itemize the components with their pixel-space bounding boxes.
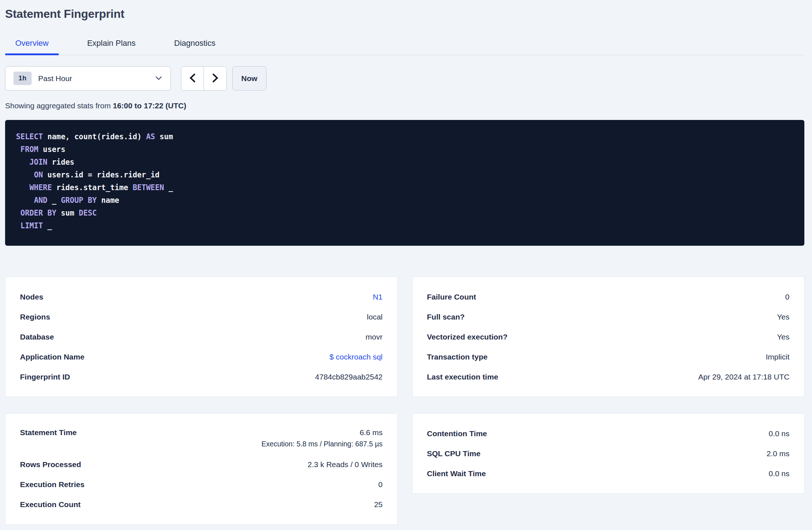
overview-details-card-right: Failure Count0Full scan?YesVectorized ex… xyxy=(412,277,805,397)
chevron-right-icon xyxy=(212,73,218,84)
stat-value: 6.6 ms xyxy=(359,428,382,437)
now-button[interactable]: Now xyxy=(232,66,266,91)
stat-row: Transaction typeImplicit xyxy=(427,347,790,367)
stat-row: Execution Count25 xyxy=(20,494,383,514)
summary-prefix: Showing aggregated stats from xyxy=(5,101,111,110)
stat-label: Execution Retries xyxy=(20,480,84,489)
stat-label: Failure Count xyxy=(427,293,476,301)
stat-value: 2.0 ms xyxy=(767,449,789,458)
tab-bar: OverviewExplain PlansDiagnostics xyxy=(5,39,804,55)
stat-value: movr xyxy=(366,333,383,341)
stat-value: Implicit xyxy=(766,353,789,361)
stat-row: Statement Time6.6 msExecution: 5.8 ms / … xyxy=(20,423,383,454)
time-range-badge: 1h xyxy=(13,72,32,85)
summary-cards: NodesN1RegionslocalDatabasemovrApplicati… xyxy=(5,277,804,525)
tab-label: Explain Plans xyxy=(87,39,136,48)
stat-row: Failure Count0 xyxy=(427,287,790,307)
stat-value: 0.0 ns xyxy=(769,429,789,438)
tab-diagnostics[interactable]: Diagnostics xyxy=(164,39,226,55)
stat-value: Apr 29, 2024 at 17:18 UTC xyxy=(698,373,789,381)
stat-value: 2.3 k Reads / 0 Writes xyxy=(307,460,382,469)
stat-value: Yes xyxy=(777,333,789,341)
stat-label: Full scan? xyxy=(427,313,465,321)
stat-row: Rows Processed2.3 k Reads / 0 Writes xyxy=(20,454,383,474)
sql-line: LIMIT _ xyxy=(16,220,793,232)
stat-value-link[interactable]: N1 xyxy=(373,293,383,301)
stat-value: 0 xyxy=(785,293,789,301)
stat-label: Client Wait Time xyxy=(427,469,486,478)
tab-label: Overview xyxy=(15,39,49,48)
stat-label: Application Name xyxy=(20,353,84,361)
sql-statement-box: SELECT name, count(rides.id) AS sum FROM… xyxy=(5,120,804,246)
sql-line: JOIN rides xyxy=(16,156,793,169)
stat-row: Fingerprint ID4784cb829aab2542 xyxy=(20,367,383,387)
aggregated-stats-summary: Showing aggregated stats from 16:00 to 1… xyxy=(5,101,804,110)
prev-range-button[interactable] xyxy=(181,67,204,90)
stat-row: SQL CPU Time2.0 ms xyxy=(427,443,790,463)
stat-label: Contention Time xyxy=(427,429,487,438)
stat-label: Rows Processed xyxy=(20,460,81,469)
execution-stats-card-left: Statement Time6.6 msExecution: 5.8 ms / … xyxy=(5,413,398,525)
stat-value-link[interactable]: $ cockroach sql xyxy=(330,353,383,361)
sql-line: WHERE rides.start_time BETWEEN _ xyxy=(16,181,793,194)
stat-label: SQL CPU Time xyxy=(427,449,481,458)
stat-row: Application Name$ cockroach sql xyxy=(20,347,383,367)
page-title: Statement Fingerprint xyxy=(5,6,804,22)
stat-row: Databasemovr xyxy=(20,327,383,347)
stat-label: Last execution time xyxy=(427,373,498,381)
execution-stats-card-right: Contention Time0.0 nsSQL CPU Time2.0 msC… xyxy=(412,413,805,494)
tab-overview[interactable]: Overview xyxy=(5,39,59,55)
stat-row: Regionslocal xyxy=(20,307,383,327)
stat-row: Last execution timeApr 29, 2024 at 17:18… xyxy=(427,367,790,387)
sql-line: SELECT name, count(rides.id) AS sum xyxy=(16,131,793,143)
time-range-value: Past Hour xyxy=(38,74,156,83)
stat-label: Regions xyxy=(20,313,50,321)
stat-row: Vectorized execution?Yes xyxy=(427,327,790,347)
stat-value: Yes xyxy=(777,313,789,321)
stat-value: 0 xyxy=(378,480,383,489)
stat-row: Execution Retries0 xyxy=(20,474,383,494)
stat-value: 4784cb829aab2542 xyxy=(315,373,383,381)
stat-label: Fingerprint ID xyxy=(20,373,70,381)
stat-value: local xyxy=(367,313,382,321)
stat-row: NodesN1 xyxy=(20,287,383,307)
statement-fingerprint-page: Statement Fingerprint OverviewExplain Pl… xyxy=(0,6,812,525)
stat-row: Contention Time0.0 ns xyxy=(427,423,790,443)
chevron-down-icon xyxy=(156,76,162,80)
time-range-arrows xyxy=(181,66,227,91)
stat-subvalue: Execution: 5.8 ms / Planning: 687.5 µs xyxy=(261,440,382,448)
time-toolbar: 1h Past Hour Now xyxy=(5,66,804,91)
next-range-button[interactable] xyxy=(204,67,226,90)
stat-label: Transaction type xyxy=(427,353,488,361)
time-range-select[interactable]: 1h Past Hour xyxy=(5,66,171,91)
stat-label: Vectorized execution? xyxy=(427,333,508,341)
sql-line: ON users.id = rides.rider_id xyxy=(16,169,793,181)
chevron-left-icon xyxy=(189,73,196,84)
sql-line: AND _ GROUP BY name xyxy=(16,194,793,207)
tab-explain-plans[interactable]: Explain Plans xyxy=(77,39,146,55)
summary-range: 16:00 to 17:22 (UTC) xyxy=(113,101,186,110)
stat-label: Database xyxy=(20,333,54,341)
overview-details-card-left: NodesN1RegionslocalDatabasemovrApplicati… xyxy=(5,277,398,397)
stat-row: Full scan?Yes xyxy=(427,307,790,327)
stat-value: 25 xyxy=(374,500,382,509)
stat-label: Execution Count xyxy=(20,500,81,509)
stat-row: Client Wait Time0.0 ns xyxy=(427,463,790,483)
stat-label: Statement Time xyxy=(20,428,77,437)
sql-line: FROM users xyxy=(16,143,793,156)
stat-label: Nodes xyxy=(20,293,43,301)
stat-value: 0.0 ns xyxy=(769,469,789,478)
tab-label: Diagnostics xyxy=(174,39,216,48)
sql-line: ORDER BY sum DESC xyxy=(16,207,793,220)
